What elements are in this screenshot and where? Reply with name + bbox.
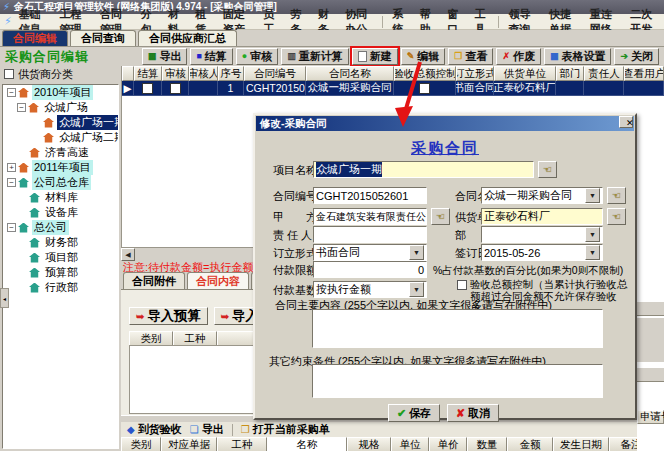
project-name-field[interactable]: 众城广场一期 — [313, 161, 534, 178]
col-header[interactable]: 数量 — [467, 437, 507, 451]
settle-checkbox[interactable] — [142, 83, 153, 94]
collapse-icon[interactable]: − — [17, 103, 26, 112]
party-a-combo[interactable]: 金石建筑安装有限责任公司▼ — [313, 208, 427, 225]
chevron-down-icon[interactable]: ▼ — [585, 188, 600, 203]
col-header[interactable]: 工种 — [173, 331, 217, 346]
responsible-label: 责 任 人 — [273, 228, 312, 243]
tree-item-budget-dept[interactable]: 预算部 — [3, 265, 118, 280]
tree-item-material-store[interactable]: 材料库 — [3, 190, 118, 205]
tree-item-project-dept[interactable]: 项目部 — [3, 250, 118, 265]
splitter-collapse-icon[interactable]: ◂ — [0, 288, 9, 308]
col-header[interactable]: 合同编号 — [244, 66, 306, 81]
col-header[interactable]: 验收总额控制 — [394, 66, 456, 81]
col-header[interactable]: 审核人 — [189, 66, 218, 81]
col-header[interactable]: 对应单据 — [161, 437, 217, 451]
contracts-table-header: 结算 审核 审核人 序号 合同编号 合同名称 验收总额控制 订立形式 供货单位 … — [122, 66, 664, 81]
col-header[interactable]: 审核 — [162, 66, 189, 81]
col-header[interactable]: 工种 — [217, 437, 267, 451]
tree-item-jiqing[interactable]: 济青高速 — [3, 145, 118, 160]
dialog-close-icon[interactable]: ✕ — [619, 116, 633, 128]
col-header[interactable]: 结算 — [134, 66, 162, 81]
collapse-icon[interactable]: − — [7, 88, 16, 97]
contract-row-selected[interactable]: ▶ 1 CGHT2015052601 众城一期采购合同 书面合同 正泰砂石料厂 — [122, 81, 664, 96]
department-combo[interactable]: ▼ — [481, 226, 603, 243]
col-header[interactable]: 查看用户 — [624, 66, 664, 81]
col-header[interactable]: 序号 — [218, 66, 244, 81]
tree-item-zhongcheng[interactable]: −众城广场 — [3, 100, 118, 115]
bottom-export-button[interactable]: ❏导出 — [190, 422, 224, 437]
col-header[interactable]: 金额 — [507, 437, 553, 451]
tree-item-finance-dept[interactable]: 财务部 — [3, 235, 118, 250]
tree-item-zhongcheng-phase1[interactable]: 众城广场一期 — [3, 115, 118, 130]
col-header[interactable]: 单价 — [429, 437, 467, 451]
sign-date-combo[interactable]: 2015-05-26▼ — [481, 244, 603, 261]
close-button[interactable]: ➔关闭 — [614, 48, 659, 65]
settle-button[interactable]: ■结算 — [190, 48, 232, 65]
project-picker-button[interactable]: ☜ — [538, 161, 557, 178]
collapse-icon[interactable]: − — [7, 223, 16, 232]
responsible-field[interactable] — [313, 226, 427, 243]
save-button[interactable]: ✔保存 — [388, 404, 440, 422]
audit-checkbox[interactable] — [170, 83, 181, 94]
app-menu-icon: ⚡ — [4, 16, 12, 27]
contract-code-field[interactable]: CGHT2015052601 — [313, 187, 427, 204]
col-header[interactable]: 供货单位 — [494, 66, 556, 81]
contract-name-picker-button[interactable]: ☜ — [607, 187, 626, 204]
tab-contract-query[interactable]: 合同查询 — [70, 30, 136, 46]
contract-form-combo[interactable]: 书面合同▼ — [313, 244, 427, 261]
chevron-down-icon[interactable]: ▼ — [585, 245, 600, 260]
col-header[interactable]: 部门 — [556, 66, 584, 81]
tab-contract-edit[interactable]: 合同编辑 — [2, 30, 68, 46]
tree-item-head-office[interactable]: −总公司 — [3, 220, 118, 235]
bottom-toolbar: ◆到货验收 ❏导出 ❐打开当前采购单 — [121, 422, 664, 437]
tree-item-admin-dept[interactable]: 行政部 — [3, 280, 118, 295]
supplier-filter-checkbox[interactable] — [4, 69, 14, 79]
expand-icon[interactable]: + — [7, 163, 16, 172]
tree-item-warehouse[interactable]: −公司总仓库 — [3, 175, 118, 190]
edit-button[interactable]: ✎编辑 — [401, 48, 446, 65]
col-header[interactable]: 责任人 — [584, 66, 624, 81]
view-button[interactable]: ❐查看 — [448, 48, 493, 65]
col-header[interactable]: 单位 — [391, 437, 429, 451]
other-terms-textarea[interactable] — [312, 364, 603, 398]
tab-supplier-summary[interactable]: 合同供应商汇总 — [138, 30, 237, 46]
cancel-button[interactable]: ✘取消 — [447, 404, 499, 422]
audit-button[interactable]: ●审核 — [236, 48, 278, 65]
party-a-picker-button[interactable]: ☜ — [431, 208, 450, 225]
export-button[interactable]: ▦导出 — [142, 48, 188, 65]
acceptance-control-checkbox[interactable] — [457, 280, 467, 290]
col-header[interactable]: 规格 — [347, 437, 391, 451]
new-button[interactable]: 新建 — [352, 48, 398, 65]
void-button[interactable]: ✗作废 — [496, 48, 541, 65]
tree-item-equipment-store[interactable]: 设备库 — [3, 205, 118, 220]
col-header[interactable]: 订立形式 — [456, 66, 494, 81]
col-header[interactable]: 类别 — [129, 331, 173, 346]
tree-item-zhongcheng-phase2[interactable]: 众城广场二期 — [3, 130, 118, 145]
import-budget-button[interactable]: ➥导入预算 — [129, 307, 208, 325]
chevron-down-icon[interactable]: ▼ — [409, 282, 424, 297]
dialog-titlebar[interactable]: 修改-采购合同 — [256, 116, 634, 131]
payment-limit-field[interactable]: 0 — [313, 261, 427, 278]
tree-item-2011[interactable]: +2011年项目 — [3, 160, 118, 175]
col-header[interactable]: 发生日期 — [553, 437, 609, 451]
supplier-field[interactable]: 正泰砂石料厂 — [481, 208, 603, 225]
acceptance-control-checkbox[interactable] — [419, 83, 430, 94]
chevron-down-icon[interactable]: ▼ — [585, 227, 600, 242]
open-purchase-order-button[interactable]: ❐打开当前采购单 — [241, 422, 330, 437]
recalculate-button[interactable]: ▥重新计算 — [281, 48, 349, 65]
table-settings-button[interactable]: ▦表格设置 — [544, 48, 612, 65]
goods-receive-button[interactable]: ◆到货验收 — [127, 422, 182, 437]
warehouse-house-icon — [18, 178, 29, 188]
tab-contract-content[interactable]: 合同内容 — [187, 272, 249, 289]
supplier-picker-button[interactable]: ☜ — [607, 208, 626, 225]
main-content-textarea[interactable] — [312, 309, 603, 348]
col-header[interactable]: 类别 — [121, 437, 161, 451]
tab-contract-attachments[interactable]: 合同附件 — [123, 272, 185, 289]
col-header[interactable]: 合同名称 — [306, 66, 394, 81]
open-order-icon: ❐ — [241, 424, 250, 435]
chevron-down-icon[interactable]: ▼ — [409, 245, 424, 260]
contract-name-combo[interactable]: 众城一期采购合同▼ — [481, 187, 603, 204]
collapse-icon[interactable]: − — [7, 178, 16, 187]
tree-item-2010[interactable]: −2010年项目 — [3, 85, 118, 100]
col-header[interactable]: 名称 — [267, 437, 347, 451]
